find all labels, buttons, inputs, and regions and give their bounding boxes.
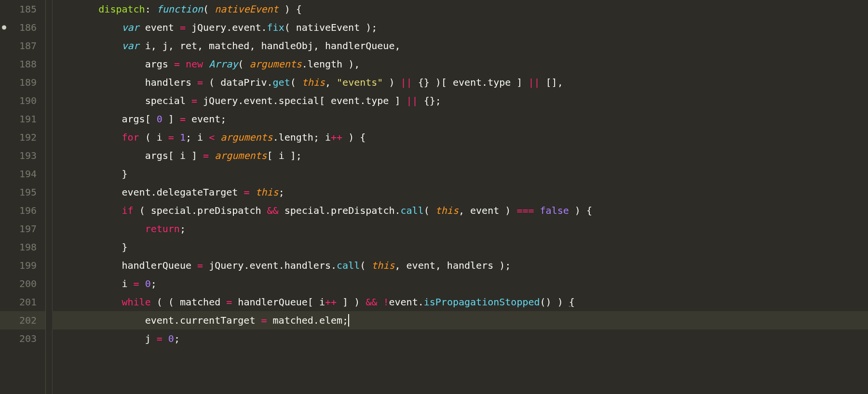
code-line[interactable]: } bbox=[52, 165, 868, 183]
line-number: 193 bbox=[0, 146, 45, 165]
line-number: 190 bbox=[0, 92, 45, 110]
code-line[interactable]: event.delegateTarget = this; bbox=[52, 183, 868, 201]
code-line[interactable]: dispatch: function( nativeEvent ) { bbox=[52, 0, 868, 18]
line-number: 188 bbox=[0, 55, 45, 73]
code-line[interactable]: for ( i = 1; i < arguments.length; i++ )… bbox=[52, 128, 868, 146]
line-number: 187 bbox=[0, 37, 45, 55]
line-number: 200 bbox=[0, 275, 45, 293]
line-number-gutter: 1851861871881891901911921931941951961971… bbox=[0, 0, 45, 394]
code-line[interactable]: return; bbox=[52, 220, 868, 238]
code-line[interactable]: if ( special.preDispatch && special.preD… bbox=[52, 201, 868, 220]
code-line[interactable]: i = 0; bbox=[52, 275, 868, 293]
code-line[interactable]: j = 0; bbox=[52, 329, 868, 348]
line-number: 192 bbox=[0, 128, 45, 146]
line-number: 201 bbox=[0, 293, 45, 311]
line-number: 202 bbox=[0, 311, 45, 329]
code-line[interactable]: var event = jQuery.event.fix( nativeEven… bbox=[52, 18, 868, 37]
line-number: 199 bbox=[0, 256, 45, 275]
code-line[interactable]: special = jQuery.event.special[ event.ty… bbox=[52, 92, 868, 110]
code-line[interactable]: event.currentTarget = matched.elem; bbox=[52, 311, 868, 329]
line-number: 185 bbox=[0, 0, 45, 18]
line-number: 194 bbox=[0, 165, 45, 183]
line-number: 191 bbox=[0, 110, 45, 128]
code-line[interactable]: handlerQueue = jQuery.event.handlers.cal… bbox=[52, 256, 868, 275]
modified-dot-icon bbox=[2, 26, 6, 30]
line-number: 197 bbox=[0, 220, 45, 238]
line-number: 186 bbox=[0, 18, 45, 37]
line-number: 196 bbox=[0, 201, 45, 220]
line-number: 198 bbox=[0, 238, 45, 256]
code-line[interactable]: while ( ( matched = handlerQueue[ i++ ] … bbox=[52, 293, 868, 311]
code-editor[interactable]: 1851861871881891901911921931941951961971… bbox=[0, 0, 868, 394]
line-number: 189 bbox=[0, 73, 45, 92]
code-line[interactable]: args = new Array( arguments.length ), bbox=[52, 55, 868, 73]
line-number: 195 bbox=[0, 183, 45, 201]
code-line[interactable]: args[ i ] = arguments[ i ]; bbox=[52, 146, 868, 165]
text-cursor bbox=[348, 314, 349, 327]
line-number: 203 bbox=[0, 329, 45, 348]
code-line[interactable]: } bbox=[52, 238, 868, 256]
code-line[interactable]: handlers = ( dataPriv.get( this, "events… bbox=[52, 73, 868, 92]
code-area[interactable]: dispatch: function( nativeEvent ) { var … bbox=[45, 0, 868, 394]
code-line[interactable]: args[ 0 ] = event; bbox=[52, 110, 868, 128]
code-line[interactable]: var i, j, ret, matched, handleObj, handl… bbox=[52, 37, 868, 55]
